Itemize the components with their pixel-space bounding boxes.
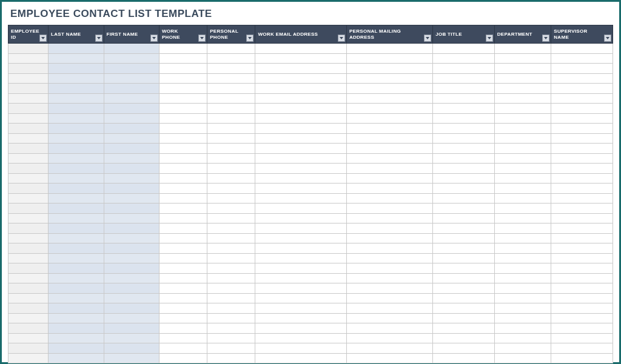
filter-dropdown-icon[interactable]	[604, 35, 611, 42]
cell-mailing_address[interactable]	[346, 93, 432, 104]
cell-first_name[interactable]	[104, 184, 159, 194]
cell-job_title[interactable]	[433, 303, 495, 314]
cell-job_title[interactable]	[433, 153, 495, 164]
cell-first_name[interactable]	[104, 44, 159, 54]
cell-work_email[interactable]	[255, 193, 346, 204]
cell-last_name[interactable]	[49, 164, 104, 174]
cell-work_email[interactable]	[255, 273, 346, 283]
cell-job_title[interactable]	[433, 73, 495, 84]
cell-mailing_address[interactable]	[346, 253, 432, 263]
cell-personal_phone[interactable]	[207, 243, 255, 254]
cell-personal_phone[interactable]	[207, 293, 255, 303]
cell-department[interactable]	[494, 223, 551, 234]
cell-job_title[interactable]	[433, 144, 495, 154]
cell-work_phone[interactable]	[159, 184, 207, 194]
cell-personal_phone[interactable]	[207, 44, 255, 54]
cell-job_title[interactable]	[433, 124, 495, 134]
cell-job_title[interactable]	[433, 263, 495, 274]
cell-first_name[interactable]	[104, 113, 159, 124]
cell-supervisor[interactable]	[551, 253, 613, 263]
cell-employee_id[interactable]	[8, 184, 49, 194]
cell-first_name[interactable]	[104, 84, 159, 94]
cell-employee_id[interactable]	[8, 223, 49, 234]
cell-last_name[interactable]	[49, 113, 104, 124]
cell-mailing_address[interactable]	[346, 303, 432, 314]
cell-work_email[interactable]	[255, 263, 346, 274]
cell-employee_id[interactable]	[8, 113, 49, 124]
cell-personal_phone[interactable]	[207, 313, 255, 323]
cell-department[interactable]	[494, 53, 551, 64]
filter-dropdown-icon[interactable]	[246, 35, 253, 42]
cell-mailing_address[interactable]	[346, 173, 432, 184]
cell-mailing_address[interactable]	[346, 193, 432, 204]
cell-department[interactable]	[494, 173, 551, 184]
cell-supervisor[interactable]	[551, 84, 613, 94]
header-job-title[interactable]: JOB TITLE	[433, 25, 495, 44]
cell-first_name[interactable]	[104, 263, 159, 274]
cell-work_phone[interactable]	[159, 193, 207, 204]
cell-first_name[interactable]	[104, 53, 159, 64]
cell-personal_phone[interactable]	[207, 53, 255, 64]
cell-employee_id[interactable]	[8, 144, 49, 154]
cell-personal_phone[interactable]	[207, 193, 255, 204]
cell-first_name[interactable]	[104, 213, 159, 223]
cell-work_email[interactable]	[255, 124, 346, 134]
cell-work_email[interactable]	[255, 213, 346, 223]
cell-job_title[interactable]	[433, 84, 495, 94]
cell-department[interactable]	[494, 184, 551, 194]
cell-last_name[interactable]	[49, 124, 104, 134]
cell-personal_phone[interactable]	[207, 153, 255, 164]
cell-supervisor[interactable]	[551, 313, 613, 323]
cell-last_name[interactable]	[49, 233, 104, 243]
cell-mailing_address[interactable]	[346, 353, 432, 363]
cell-department[interactable]	[494, 353, 551, 363]
cell-mailing_address[interactable]	[346, 323, 432, 334]
cell-first_name[interactable]	[104, 153, 159, 164]
cell-supervisor[interactable]	[551, 133, 613, 144]
cell-last_name[interactable]	[49, 343, 104, 354]
filter-dropdown-icon[interactable]	[95, 35, 102, 42]
cell-supervisor[interactable]	[551, 124, 613, 134]
cell-job_title[interactable]	[433, 93, 495, 104]
header-employee-id[interactable]: EMPLOYEE ID	[8, 25, 49, 44]
cell-last_name[interactable]	[49, 184, 104, 194]
cell-department[interactable]	[494, 213, 551, 223]
cell-work_email[interactable]	[255, 84, 346, 94]
cell-personal_phone[interactable]	[207, 64, 255, 74]
cell-employee_id[interactable]	[8, 273, 49, 283]
cell-mailing_address[interactable]	[346, 223, 432, 234]
cell-job_title[interactable]	[433, 253, 495, 263]
cell-work_phone[interactable]	[159, 313, 207, 323]
cell-supervisor[interactable]	[551, 64, 613, 74]
cell-mailing_address[interactable]	[346, 283, 432, 294]
cell-work_phone[interactable]	[159, 253, 207, 263]
cell-last_name[interactable]	[49, 293, 104, 303]
cell-department[interactable]	[494, 104, 551, 114]
cell-last_name[interactable]	[49, 353, 104, 363]
cell-mailing_address[interactable]	[346, 73, 432, 84]
cell-supervisor[interactable]	[551, 213, 613, 223]
cell-mailing_address[interactable]	[346, 153, 432, 164]
cell-employee_id[interactable]	[8, 204, 49, 214]
cell-work_phone[interactable]	[159, 113, 207, 124]
cell-supervisor[interactable]	[551, 113, 613, 124]
cell-first_name[interactable]	[104, 73, 159, 84]
cell-department[interactable]	[494, 153, 551, 164]
cell-work_email[interactable]	[255, 184, 346, 194]
cell-personal_phone[interactable]	[207, 323, 255, 334]
cell-job_title[interactable]	[433, 53, 495, 64]
cell-department[interactable]	[494, 303, 551, 314]
cell-employee_id[interactable]	[8, 53, 49, 64]
cell-first_name[interactable]	[104, 243, 159, 254]
cell-employee_id[interactable]	[8, 243, 49, 254]
cell-work_phone[interactable]	[159, 223, 207, 234]
cell-first_name[interactable]	[104, 343, 159, 354]
cell-supervisor[interactable]	[551, 263, 613, 274]
cell-last_name[interactable]	[49, 204, 104, 214]
cell-employee_id[interactable]	[8, 303, 49, 314]
cell-supervisor[interactable]	[551, 93, 613, 104]
cell-work_email[interactable]	[255, 53, 346, 64]
cell-first_name[interactable]	[104, 93, 159, 104]
cell-job_title[interactable]	[433, 283, 495, 294]
cell-department[interactable]	[494, 144, 551, 154]
